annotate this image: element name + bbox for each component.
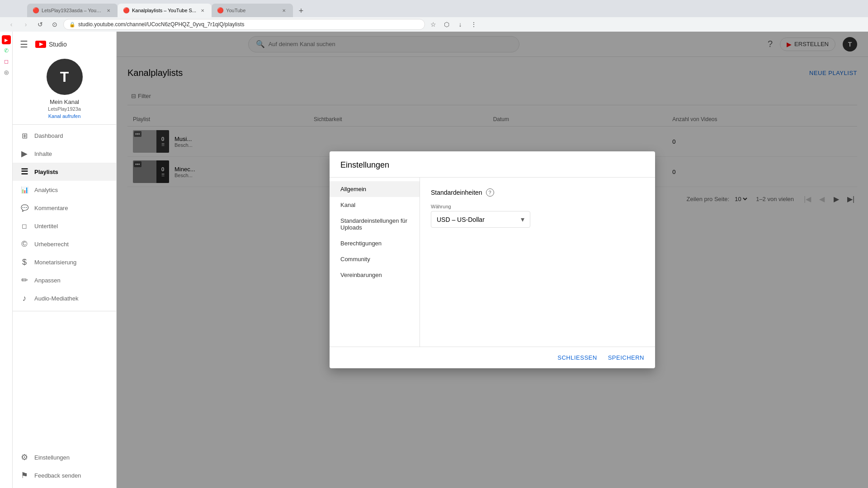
browser-tab-1[interactable]: 🔴 LetsPlay1923asda – YouTu... ✕ bbox=[27, 4, 118, 17]
modal-nav-vereinbarungen[interactable]: Vereinbarungen bbox=[330, 267, 420, 283]
nav-item-einstellungen[interactable]: ⚙ Einstellungen bbox=[13, 448, 116, 466]
nav-item-audio[interactable]: ♪ Audio-Mediathek bbox=[13, 289, 116, 307]
anpassen-icon: ✏ bbox=[20, 275, 29, 285]
studio-label: Studio bbox=[49, 41, 67, 48]
tab-title-1: LetsPlay1923asda – YouTu... bbox=[42, 8, 102, 13]
toolbar-icons: ☆ ⬡ ↓ ⋮ bbox=[428, 19, 479, 30]
tab-close-2[interactable]: ✕ bbox=[199, 7, 206, 14]
browser-tab-3[interactable]: 🔴 YouTube ✕ bbox=[212, 4, 293, 17]
nav-item-monetarisierung[interactable]: $ Monetarisierung bbox=[13, 253, 116, 271]
menu-hamburger-icon[interactable]: ☰ bbox=[20, 39, 28, 50]
bookmark-icon[interactable]: ☆ bbox=[428, 19, 439, 30]
other-social-icon[interactable]: ◎ bbox=[2, 68, 11, 77]
nav-divider-bottom bbox=[13, 311, 116, 311]
modal-header: Einstellungen bbox=[330, 151, 655, 178]
lock-icon: 🔒 bbox=[69, 22, 75, 28]
nav-item-inhalte[interactable]: ▶ Inhalte bbox=[13, 145, 116, 163]
reload-button[interactable]: ↺ bbox=[34, 19, 46, 30]
app: ▶ ✆ ◻ ◎ ☰ Studio T Mein Kanal LetsPlay19… bbox=[0, 32, 868, 488]
yt-studio-logo: Studio bbox=[35, 41, 67, 48]
modal-sidebar: Allgemein Kanal Standardeinstellungen fü… bbox=[330, 178, 420, 347]
untertitel-icon: ◻ bbox=[20, 222, 29, 230]
inhalte-label: Inhalte bbox=[34, 150, 52, 157]
tab-close-3[interactable]: ✕ bbox=[280, 7, 288, 14]
anpassen-label: Anpassen bbox=[34, 277, 61, 284]
monetarisierung-icon: $ bbox=[20, 258, 29, 267]
info-icon[interactable]: ? bbox=[486, 188, 494, 197]
nav-item-feedback[interactable]: ⚑ Feedback senden bbox=[13, 466, 116, 484]
download-icon[interactable]: ↓ bbox=[455, 19, 466, 30]
einstellungen-label: Einstellungen bbox=[34, 454, 70, 461]
analytics-label: Analytics bbox=[34, 187, 58, 193]
analytics-icon: 📊 bbox=[20, 186, 29, 193]
modal-footer: SCHLIESSEN SPEICHERN bbox=[330, 347, 655, 368]
tab-close-1[interactable]: ✕ bbox=[105, 7, 112, 14]
modal-body: Allgemein Kanal Standardeinstellungen fü… bbox=[330, 178, 655, 347]
settings-icon[interactable]: ⋮ bbox=[468, 19, 479, 30]
tab-favicon-3: 🔴 bbox=[217, 7, 223, 14]
currency-label: Währung bbox=[431, 204, 644, 209]
extensions-icon[interactable]: ⬡ bbox=[441, 19, 452, 30]
kommentare-label: Kommentare bbox=[34, 205, 68, 211]
whatsapp-social-icon[interactable]: ✆ bbox=[2, 46, 11, 55]
modal-title: Einstellungen bbox=[340, 160, 389, 169]
save-button[interactable]: SPEICHERN bbox=[608, 354, 644, 361]
urheberrecht-label: Urheberrecht bbox=[34, 241, 69, 248]
address-bar[interactable]: 🔒 studio.youtube.com/channel/UCocN6zQPHQ… bbox=[63, 19, 425, 30]
youtube-social-icon[interactable]: ▶ bbox=[2, 35, 11, 44]
urheberrecht-icon: © bbox=[20, 239, 29, 249]
playlists-icon: ☰ bbox=[20, 167, 29, 177]
browser-toolbar: ‹ › ↺ ⊙ 🔒 studio.youtube.com/channel/UCo… bbox=[0, 17, 868, 32]
browser-chrome: 🔴 LetsPlay1923asda – YouTu... ✕ 🔴 Kanalp… bbox=[0, 0, 868, 32]
untertitel-label: Untertitel bbox=[34, 223, 58, 230]
main-content: 🔍 ? ▶ ERSTELLEN T Kanalplaylists NEUE PL… bbox=[117, 32, 868, 488]
kommentare-icon: 💬 bbox=[20, 204, 29, 211]
address-text: studio.youtube.com/channel/UCocN6zQPHQZ_… bbox=[78, 21, 245, 28]
new-tab-button[interactable]: + bbox=[295, 5, 307, 17]
modal-content: Standardeinheiten ? Währung USD – US-Dol… bbox=[420, 178, 655, 347]
channel-link[interactable]: Kanal aufrufen bbox=[48, 113, 81, 119]
nav-bottom: ⚙ Einstellungen ⚑ Feedback senden bbox=[13, 448, 116, 488]
dashboard-label: Dashboard bbox=[34, 132, 63, 139]
youtube-logo-icon bbox=[35, 41, 46, 48]
sidebar-nav: ☰ Studio T Mein Kanal LetsPlay1923a Kana… bbox=[13, 32, 117, 488]
monetarisierung-label: Monetarisierung bbox=[34, 259, 76, 266]
modal-nav-allgemein[interactable]: Allgemein bbox=[330, 181, 420, 197]
forward-button[interactable]: › bbox=[20, 19, 32, 30]
feedback-icon: ⚑ bbox=[20, 470, 29, 480]
nav-item-dashboard[interactable]: ⊞ Dashboard bbox=[13, 127, 116, 145]
modal-overlay[interactable]: Einstellungen Allgemein Kanal Standardei… bbox=[117, 32, 868, 488]
currency-dropdown-arrow-icon: ▾ bbox=[521, 215, 524, 224]
tab-favicon-2: 🔴 bbox=[123, 7, 129, 14]
modal-nav-kanal[interactable]: Kanal bbox=[330, 197, 420, 213]
nav-section: ⊞ Dashboard ▶ Inhalte ☰ Playlists 📊 Anal… bbox=[13, 125, 116, 309]
einstellungen-icon: ⚙ bbox=[20, 452, 29, 462]
tab-title-2: Kanalplaylists – YouTube S... bbox=[132, 8, 196, 13]
browser-tab-2[interactable]: 🔴 Kanalplaylists – YouTube S... ✕ bbox=[118, 4, 212, 17]
audio-icon: ♪ bbox=[20, 294, 29, 303]
nav-item-urheberrecht[interactable]: © Urheberrecht bbox=[13, 235, 116, 253]
back-button[interactable]: ‹ bbox=[5, 19, 17, 30]
nav-item-analytics[interactable]: 📊 Analytics bbox=[13, 181, 116, 199]
section-title: Standardeinheiten bbox=[431, 189, 482, 196]
currency-value: USD – US-Dollar bbox=[437, 216, 485, 223]
modal: Einstellungen Allgemein Kanal Standardei… bbox=[330, 151, 655, 368]
dashboard-icon: ⊞ bbox=[20, 131, 29, 140]
section-title-row: Standardeinheiten ? bbox=[431, 188, 644, 197]
modal-nav-community[interactable]: Community bbox=[330, 251, 420, 267]
inhalte-icon: ▶ bbox=[20, 149, 29, 159]
nav-item-kommentare[interactable]: 💬 Kommentare bbox=[13, 199, 116, 217]
close-button[interactable]: SCHLIESSEN bbox=[557, 354, 597, 361]
instagram-social-icon[interactable]: ◻ bbox=[2, 57, 11, 66]
nav-item-playlists[interactable]: ☰ Playlists bbox=[13, 163, 116, 181]
currency-field: Währung USD – US-Dollar ▾ bbox=[431, 204, 644, 228]
modal-nav-standardeinstellungen[interactable]: Standardeinstellungen für Uploads bbox=[330, 213, 420, 235]
home-button[interactable]: ⊙ bbox=[49, 19, 61, 30]
channel-avatar[interactable]: T bbox=[47, 59, 83, 95]
nav-item-untertitel[interactable]: ◻ Untertitel bbox=[13, 217, 116, 235]
currency-select-box[interactable]: USD – US-Dollar ▾ bbox=[431, 211, 530, 228]
nav-item-anpassen[interactable]: ✏ Anpassen bbox=[13, 271, 116, 289]
modal-nav-berechtigungen[interactable]: Berechtigungen bbox=[330, 235, 420, 251]
tab-title-3: YouTube bbox=[226, 8, 278, 13]
audio-label: Audio-Mediathek bbox=[34, 295, 79, 302]
